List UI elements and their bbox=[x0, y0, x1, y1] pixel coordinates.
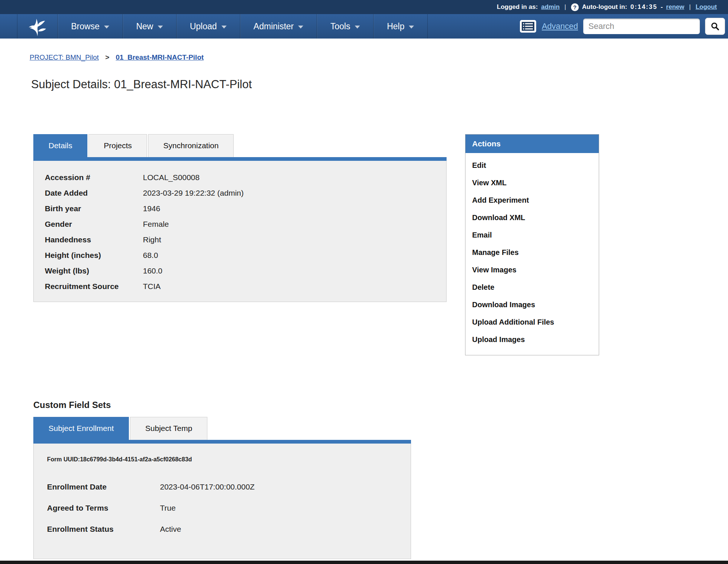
tab-projects[interactable]: Projects bbox=[89, 134, 147, 157]
field-label: Enrollment Date bbox=[47, 476, 160, 497]
field-label: Agreed to Terms bbox=[47, 497, 160, 518]
action-email[interactable]: Email bbox=[472, 226, 592, 244]
field-agreed-to-terms: Agreed to Terms True bbox=[47, 497, 397, 518]
action-download-xml[interactable]: Download XML bbox=[472, 209, 592, 226]
action-add-experiment[interactable]: Add Experiment bbox=[472, 192, 592, 209]
nav-menu-browse[interactable]: Browse bbox=[58, 14, 123, 39]
nav-menu-label: Administer bbox=[254, 21, 294, 31]
field-value: Female bbox=[143, 216, 169, 232]
field-value: Right bbox=[143, 232, 161, 248]
footer-bar bbox=[0, 561, 728, 564]
action-view-xml[interactable]: View XML bbox=[472, 174, 592, 192]
xnat-logo[interactable] bbox=[17, 14, 58, 39]
field-label: Accession # bbox=[45, 170, 143, 185]
tab-subject-temp[interactable]: Subject Temp bbox=[130, 417, 207, 440]
field-enrollment-date: Enrollment Date 2023-04-06T17:00:00.000Z bbox=[47, 476, 397, 497]
subject-enrollment-panel: Form UUID:18c6799d-3b4d-4151-af2a-a5cf02… bbox=[33, 444, 411, 559]
field-value: LOCAL_S00008 bbox=[143, 170, 200, 185]
dash: - bbox=[661, 3, 663, 11]
field-value: Active bbox=[160, 518, 181, 540]
action-view-images[interactable]: View Images bbox=[472, 261, 592, 279]
nav-menu-help[interactable]: Help bbox=[374, 14, 428, 39]
nav-menu-new[interactable]: New bbox=[123, 14, 177, 39]
breadcrumb: PROJECT: BMN_Pilot > 01_Breast-MRI-NACT-… bbox=[30, 53, 728, 62]
nav-menu-label: New bbox=[136, 21, 153, 31]
top-status-bar: Logged in as: admin | ? Auto-logout in: … bbox=[0, 0, 728, 14]
action-edit[interactable]: Edit bbox=[472, 157, 592, 174]
help-icon[interactable]: ? bbox=[571, 3, 579, 11]
field-label: Handedness bbox=[45, 232, 143, 248]
field-label: Birth year bbox=[45, 201, 143, 216]
field-label: Gender bbox=[45, 216, 143, 232]
actions-list: Edit View XML Add Experiment Download XM… bbox=[465, 153, 599, 355]
breadcrumb-project-link[interactable]: PROJECT: BMN_Pilot bbox=[30, 53, 99, 61]
chevron-down-icon bbox=[104, 26, 109, 29]
actions-panel: Actions Edit View XML Add Experiment Dow… bbox=[465, 134, 599, 355]
field-height: Height (inches) 68.0 bbox=[45, 248, 435, 263]
field-label: Weight (lbs) bbox=[45, 263, 143, 279]
subject-details-section: Details Projects Synchronization Accessi… bbox=[33, 134, 447, 355]
xnat-logo-icon bbox=[27, 16, 48, 37]
main-nav-bar: Browse New Upload Administer Tools Help … bbox=[0, 14, 728, 39]
action-upload-additional-files[interactable]: Upload Additional Files bbox=[472, 313, 592, 331]
nav-search-area: Advanced bbox=[520, 14, 728, 39]
chevron-down-icon bbox=[409, 26, 414, 29]
advanced-search-icon[interactable] bbox=[520, 20, 537, 33]
nav-menu-label: Browse bbox=[71, 21, 100, 31]
nav-menu-label: Help bbox=[387, 21, 404, 31]
field-value: 160.0 bbox=[143, 263, 163, 279]
search-button[interactable] bbox=[705, 18, 725, 35]
field-label: Height (inches) bbox=[45, 248, 143, 263]
field-value: True bbox=[160, 497, 176, 518]
action-manage-files[interactable]: Manage Files bbox=[472, 244, 592, 261]
page-content: PROJECT: BMN_Pilot > 01_Breast-MRI-NACT-… bbox=[0, 53, 728, 559]
logout-link[interactable]: Logout bbox=[695, 3, 717, 11]
field-label: Enrollment Status bbox=[47, 518, 160, 540]
nav-menu-tools[interactable]: Tools bbox=[317, 14, 374, 39]
username-link[interactable]: admin bbox=[541, 3, 560, 11]
action-delete[interactable]: Delete bbox=[472, 279, 592, 296]
custom-field-sets-section: Custom Field Sets Subject Enrollment Sub… bbox=[33, 400, 411, 559]
field-label: Date Added bbox=[45, 185, 143, 201]
field-gender: Gender Female bbox=[45, 216, 435, 232]
nav-menu-administer[interactable]: Administer bbox=[240, 14, 317, 39]
nav-menu-upload[interactable]: Upload bbox=[177, 14, 240, 39]
topbar-separator: | bbox=[563, 3, 567, 11]
breadcrumb-subject-link[interactable]: 01_Breast-MRI-NACT-Pilot bbox=[116, 53, 204, 61]
field-enrollment-status: Enrollment Status Active bbox=[47, 518, 397, 540]
topbar-separator: | bbox=[688, 3, 692, 11]
field-accession: Accession # LOCAL_S00008 bbox=[45, 170, 435, 185]
action-download-images[interactable]: Download Images bbox=[472, 296, 592, 313]
logged-in-label: Logged in as: bbox=[497, 3, 538, 11]
field-birth-year: Birth year 1946 bbox=[45, 201, 435, 216]
autologout-label: Auto-logout in: bbox=[582, 3, 627, 11]
action-upload-images[interactable]: Upload Images bbox=[472, 331, 592, 348]
field-value: 1946 bbox=[143, 201, 160, 216]
search-input[interactable] bbox=[583, 19, 700, 34]
tab-accent-strip bbox=[33, 440, 411, 444]
actions-panel-title: Actions bbox=[465, 135, 599, 153]
tab-synchronization[interactable]: Synchronization bbox=[148, 134, 234, 157]
field-value: 2023-04-06T17:00:00.000Z bbox=[160, 476, 255, 497]
form-uuid: Form UUID:18c6799d-3b4d-4151-af2a-a5cf02… bbox=[47, 456, 397, 463]
breadcrumb-separator: > bbox=[105, 53, 109, 61]
advanced-search-link[interactable]: Advanced bbox=[542, 21, 578, 31]
page-title: Subject Details: 01_Breast-MRI-NACT-Pilo… bbox=[31, 78, 728, 91]
tab-subject-enrollment[interactable]: Subject Enrollment bbox=[33, 417, 129, 440]
custom-field-sets-tabs: Subject Enrollment Subject Temp bbox=[33, 417, 411, 440]
nav-menu-label: Upload bbox=[190, 21, 217, 31]
chevron-down-icon bbox=[158, 26, 163, 29]
field-value: TCIA bbox=[143, 279, 161, 294]
tab-details[interactable]: Details bbox=[33, 134, 87, 157]
field-value: 2023-03-29 19:22:32 (admin) bbox=[143, 185, 244, 201]
search-icon bbox=[711, 22, 719, 31]
nav-menu-label: Tools bbox=[330, 21, 350, 31]
field-weight: Weight (lbs) 160.0 bbox=[45, 263, 435, 279]
details-tabs: Details Projects Synchronization bbox=[33, 134, 447, 157]
field-handedness: Handedness Right bbox=[45, 232, 435, 248]
renew-link[interactable]: renew bbox=[666, 3, 684, 11]
custom-field-sets-heading: Custom Field Sets bbox=[33, 400, 411, 410]
main-row: Details Projects Synchronization Accessi… bbox=[33, 134, 728, 355]
actions-section: Actions Edit View XML Add Experiment Dow… bbox=[465, 134, 599, 355]
field-value: 68.0 bbox=[143, 248, 158, 263]
